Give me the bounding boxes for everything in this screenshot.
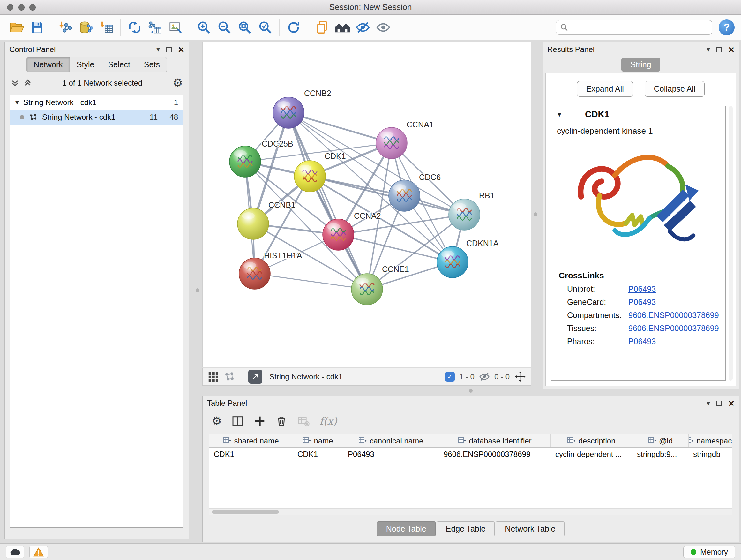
table-cell[interactable]: P06493 (343, 448, 439, 461)
crosslink-value[interactable]: 9606.ENSP00000378699 (628, 324, 719, 333)
window-close-button[interactable] (7, 4, 13, 10)
tab-node-table[interactable]: Node Table (377, 521, 435, 537)
show-columns-icon[interactable] (231, 415, 244, 428)
float-panel-icon[interactable]: ▾ (706, 400, 710, 407)
collapse-all-networks-icon[interactable] (10, 79, 19, 87)
column-header-namespace[interactable]: namespace (689, 434, 732, 447)
hide-selected-button[interactable] (354, 17, 372, 37)
float-panel-icon[interactable]: ▾ (156, 46, 160, 53)
selected-checkbox-icon[interactable]: ✓ (445, 372, 455, 381)
crosslink-value[interactable]: 9606.ENSP00000378699 (628, 311, 719, 320)
tree-expand-icon[interactable]: ▾ (15, 98, 19, 107)
column-header-name[interactable]: name (293, 434, 343, 447)
tab-network[interactable]: Network (26, 57, 70, 72)
search-input[interactable] (571, 23, 708, 32)
pan-move-icon[interactable] (514, 371, 526, 383)
close-panel-icon[interactable]: × (728, 44, 734, 55)
crosslink-value[interactable]: P06493 (628, 298, 656, 307)
import-table-from-file-button[interactable] (97, 17, 116, 37)
show-all-button[interactable] (374, 17, 393, 37)
warnings-button[interactable] (29, 546, 48, 558)
column-header-canonical-name[interactable]: canonical name (343, 434, 439, 447)
cloud-sync-button[interactable] (6, 546, 24, 558)
network-node-CCNB2[interactable] (273, 97, 304, 128)
network-edge[interactable] (255, 273, 367, 289)
network-node-CCNE1[interactable] (351, 273, 383, 305)
results-scrollbar[interactable] (729, 106, 733, 381)
search-box[interactable] (556, 20, 712, 35)
open-in-new-window-button[interactable] (248, 370, 262, 384)
open-session-button[interactable] (7, 17, 26, 37)
tab-select[interactable]: Select (101, 57, 137, 72)
column-header--id[interactable]: @id (632, 434, 689, 447)
table-data-row[interactable]: CDK1CDK1P064939606.ENSP00000378699cyclin… (209, 448, 732, 461)
graphics-detail-grid-icon[interactable] (207, 371, 219, 383)
network-node-CCNA1[interactable] (376, 127, 407, 159)
maximize-panel-icon[interactable] (717, 401, 722, 406)
window-zoom-button[interactable] (29, 4, 36, 10)
column-header-database-identifier[interactable]: database identifier (439, 434, 551, 447)
network-node-CDKN1A[interactable] (437, 246, 468, 278)
network-edge[interactable] (288, 113, 392, 143)
function-builder-icon[interactable]: f(x) (320, 415, 337, 427)
network-share-icon[interactable] (224, 371, 235, 382)
scrollbar-thumb[interactable] (212, 510, 279, 514)
snapshot-button[interactable] (313, 17, 331, 37)
tab-sets[interactable]: Sets (137, 57, 167, 72)
new-network-from-selection-button[interactable] (125, 17, 144, 37)
network-options-gear-icon[interactable]: ⚙ (173, 77, 183, 89)
table-cell[interactable]: stringdb:9... (632, 448, 689, 461)
network-node-RB1[interactable] (449, 199, 480, 230)
crosslink-value[interactable]: P06493 (628, 285, 656, 294)
delete-column-trash-icon[interactable] (275, 415, 287, 427)
node-details-header[interactable]: ▾ CDK1 (551, 106, 725, 122)
table-cell[interactable]: 9606.ENSP00000378699 (439, 448, 551, 461)
maximize-panel-icon[interactable] (717, 47, 722, 52)
export-image-button[interactable] (166, 17, 185, 37)
close-panel-icon[interactable]: × (178, 44, 184, 55)
add-column-icon[interactable] (254, 415, 266, 427)
import-network-from-database-button[interactable] (77, 17, 95, 37)
network-canvas[interactable]: CCNB2CCNA1CDC25BCDK1CDC6RB1CCNB1CCNA2CDK… (203, 42, 531, 367)
import-network-from-file-button[interactable] (56, 17, 75, 37)
table-settings-gear-icon[interactable]: ⚙ (212, 415, 222, 427)
table-cell[interactable]: cyclin-dependent ... (551, 448, 632, 461)
crosslink-value[interactable]: P06493 (628, 337, 656, 346)
tab-string[interactable]: String (621, 58, 660, 71)
tab-network-table[interactable]: Network Table (495, 521, 564, 537)
memory-button[interactable]: Memory (683, 546, 735, 558)
zoom-out-button[interactable] (215, 17, 233, 37)
splitter-handle[interactable] (469, 389, 473, 393)
home-button[interactable] (333, 17, 352, 37)
zoom-fit-button[interactable] (235, 17, 254, 37)
table-cell[interactable]: stringdb (689, 448, 732, 461)
tab-style[interactable]: Style (70, 57, 102, 72)
splitter-handle[interactable] (196, 288, 199, 292)
splitter-handle[interactable] (534, 212, 537, 216)
float-panel-icon[interactable]: ▾ (706, 46, 710, 53)
network-edge[interactable] (288, 113, 367, 289)
maximize-panel-icon[interactable] (166, 47, 172, 52)
apply-style-refresh-button[interactable] (284, 17, 303, 37)
network-view[interactable]: CCNB2CCNA1CDC25BCDK1CDC6RB1CCNB1CCNA2CDK… (202, 42, 531, 367)
network-node-CCNA2[interactable] (323, 219, 354, 250)
window-minimize-button[interactable] (18, 4, 24, 10)
help-button[interactable]: ? (719, 19, 735, 36)
collapse-all-button[interactable]: Collapse All (645, 81, 705, 97)
table-horizontal-scrollbar[interactable] (209, 508, 732, 515)
close-panel-icon[interactable]: × (728, 398, 734, 408)
table-cell[interactable]: CDK1 (209, 448, 293, 461)
zoom-in-button[interactable] (195, 17, 213, 37)
collapse-section-icon[interactable]: ▾ (557, 110, 561, 119)
network-edge[interactable] (310, 176, 464, 214)
network-collection-row[interactable]: ▾ String Network - cdk1 1 (10, 95, 183, 110)
network-node-CCNB1[interactable] (238, 208, 269, 240)
save-session-button[interactable] (28, 17, 46, 37)
network-node-CDC6[interactable] (389, 180, 420, 211)
tab-edge-table[interactable]: Edge Table (436, 521, 495, 537)
network-node-HIST1H1A[interactable] (239, 258, 270, 289)
zoom-selected-button[interactable] (256, 17, 274, 37)
column-header-description[interactable]: description (551, 434, 632, 447)
network-node-CDC25B[interactable] (229, 146, 261, 177)
expand-all-button[interactable]: Expand All (577, 81, 633, 97)
